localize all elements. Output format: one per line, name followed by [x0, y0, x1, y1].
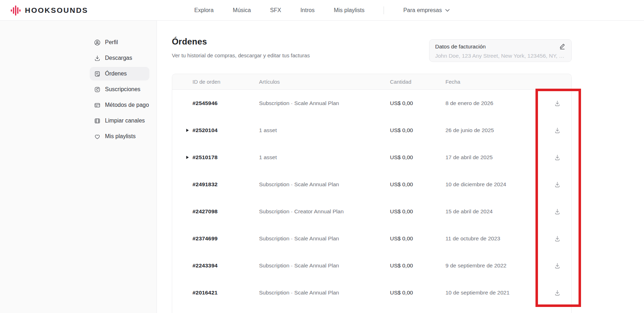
hooksounds-logo[interactable]: HOOKSOUNDS — [10, 0, 88, 20]
order-items: Subscription · Creator Annual Plan — [259, 208, 390, 215]
page-subtitle: Ver tu historial de compras, descargar y… — [172, 52, 310, 58]
triangle-right-icon — [186, 129, 189, 132]
order-id: #2374699 — [192, 235, 259, 242]
triangle-right-icon — [186, 156, 189, 159]
sidebar-item-label: Métodos de pago — [105, 102, 149, 108]
sidebar-item-suscripciones[interactable]: Suscripciones — [90, 83, 149, 96]
heart-icon — [94, 133, 101, 140]
sidebar-item-label: Mis playlists — [105, 133, 136, 140]
sidebar-menu: Perfil Descargas Órdenes Suscripcio — [90, 36, 149, 143]
billing-address: John Doe, 123 Any Street, New York, 1234… — [435, 53, 566, 59]
nav-item-para-empresas[interactable]: Para empresas — [403, 7, 450, 14]
column-header-date: Fecha — [445, 79, 542, 85]
download-icon — [94, 55, 101, 62]
credit-card-icon — [94, 102, 101, 109]
table-row: #2243394 Subscription · Scale Annual Pla… — [172, 252, 571, 279]
nav-item-intros[interactable]: Intros — [300, 7, 315, 14]
order-id: #2016421 — [192, 289, 259, 296]
order-date: 10 de diciembre de 2024 — [445, 181, 542, 188]
sidebar-item-label: Suscripciones — [105, 86, 141, 93]
sidebar-item-metodos-de-pago[interactable]: Métodos de pago — [90, 98, 149, 112]
nav-item-sfx[interactable]: SFX — [270, 7, 281, 14]
table-row: #2491832 Subscription · Scale Annual Pla… — [172, 171, 571, 198]
account-sidebar: Perfil Descargas Órdenes Suscripcio — [0, 21, 157, 313]
download-icon — [554, 100, 561, 107]
download-invoice-button[interactable] — [552, 261, 563, 271]
order-items: Subscription · Scale Annual Plan — [259, 289, 390, 296]
order-date: 8 de enero de 2026 — [445, 100, 542, 106]
download-invoice-button[interactable] — [552, 152, 563, 163]
nav-item-explora[interactable]: Explora — [194, 7, 213, 14]
table-row: #2510178 1 asset US$ 0,00 17 de abril de… — [172, 144, 571, 171]
nav-item-musica[interactable]: Música — [233, 7, 251, 14]
chevron-down-icon — [445, 9, 450, 12]
sidebar-item-label: Órdenes — [105, 71, 127, 77]
brand-name: HOOKSOUNDS — [25, 6, 88, 15]
nav-divider — [384, 6, 384, 14]
download-invoice-button[interactable] — [552, 179, 563, 190]
order-id: #2491832 — [192, 181, 259, 188]
download-icon — [554, 127, 561, 134]
order-amount: US$ 0,00 — [390, 181, 445, 188]
download-icon — [554, 181, 561, 188]
film-icon — [94, 118, 101, 124]
orders-table: ID de orden Artículos Cantidad Fecha #25… — [172, 74, 572, 313]
order-date: 17 de abril de 2025 — [445, 154, 542, 161]
download-icon — [554, 262, 561, 270]
sidebar-item-descargas[interactable]: Descargas — [90, 51, 149, 65]
order-id: #2243394 — [192, 262, 259, 269]
order-id: #2427098 — [192, 208, 259, 215]
order-amount: US$ 0,00 — [390, 235, 445, 242]
table-row: #2520104 1 asset US$ 0,00 26 de junio de… — [172, 117, 571, 144]
user-icon — [94, 39, 101, 46]
column-header-id: ID de orden — [192, 79, 259, 85]
order-date: 9 de septiembre de 2022 — [445, 262, 542, 269]
nav-item-label: Para empresas — [403, 7, 442, 14]
table-row: #2427098 Subscription · Creator Annual P… — [172, 198, 571, 225]
edit-billing-button[interactable] — [559, 43, 566, 51]
order-id: #2510178 — [192, 154, 259, 161]
nav-item-mis-playlists[interactable]: Mis playlists — [334, 7, 364, 14]
expand-row-button[interactable] — [185, 155, 190, 160]
download-icon — [554, 208, 561, 215]
download-invoice-button[interactable] — [552, 98, 563, 109]
order-items: Subscription · Scale Annual Plan — [259, 181, 390, 188]
table-row: #2016421 Subscription · Scale Annual Pla… — [172, 279, 571, 306]
subscriptions-icon — [94, 86, 101, 93]
sidebar-item-limpiar-canales[interactable]: Limpiar canales — [90, 114, 149, 127]
billing-card: Datos de facturación John Doe, 123 Any S… — [429, 39, 572, 62]
sidebar-item-mis-playlists[interactable]: Mis playlists — [90, 130, 149, 143]
main-nav: Explora Música SFX Intros Mis playlists … — [194, 0, 450, 20]
sidebar-item-ordenes[interactable]: Órdenes — [90, 67, 149, 80]
download-invoice-button[interactable] — [552, 288, 563, 298]
download-icon — [554, 289, 561, 297]
expand-row-button[interactable] — [185, 128, 190, 133]
table-row: #2374699 Subscription · Scale Annual Pla… — [172, 225, 571, 252]
sidebar-item-perfil[interactable]: Perfil — [90, 36, 149, 49]
order-items: Subscription · Scale Annual Plan — [259, 100, 390, 106]
order-items: Subscription · Scale Annual Plan — [259, 262, 390, 269]
download-icon — [554, 235, 561, 242]
download-invoice-button[interactable] — [552, 234, 563, 244]
order-items: Subscription · Scale Annual Plan — [259, 235, 390, 242]
download-invoice-button[interactable] — [552, 207, 563, 217]
billing-title: Datos de facturación — [435, 43, 486, 50]
table-header-row: ID de orden Artículos Cantidad Fecha — [172, 74, 571, 90]
orders-icon — [94, 71, 101, 77]
order-amount: US$ 0,00 — [390, 154, 445, 161]
download-invoice-button[interactable] — [552, 125, 563, 136]
order-amount: US$ 0,00 — [390, 127, 445, 134]
topbar: HOOKSOUNDS Explora Música SFX Intros Mis… — [0, 0, 644, 21]
order-amount: US$ 0,00 — [390, 208, 445, 215]
order-items: 1 asset — [259, 154, 390, 161]
order-amount: US$ 0,00 — [390, 262, 445, 269]
pencil-icon — [559, 43, 566, 50]
order-date: 26 de junio de 2025 — [445, 127, 542, 134]
order-id: #2545946 — [192, 100, 259, 106]
order-items: 1 asset — [259, 127, 390, 134]
orders-page: Órdenes Ver tu historial de compras, des… — [157, 21, 644, 313]
page-title: Órdenes — [172, 37, 207, 47]
order-date: 10 de septiembre de 2021 — [445, 289, 542, 296]
column-header-amount: Cantidad — [390, 79, 445, 85]
waveform-logo-icon — [10, 4, 22, 16]
